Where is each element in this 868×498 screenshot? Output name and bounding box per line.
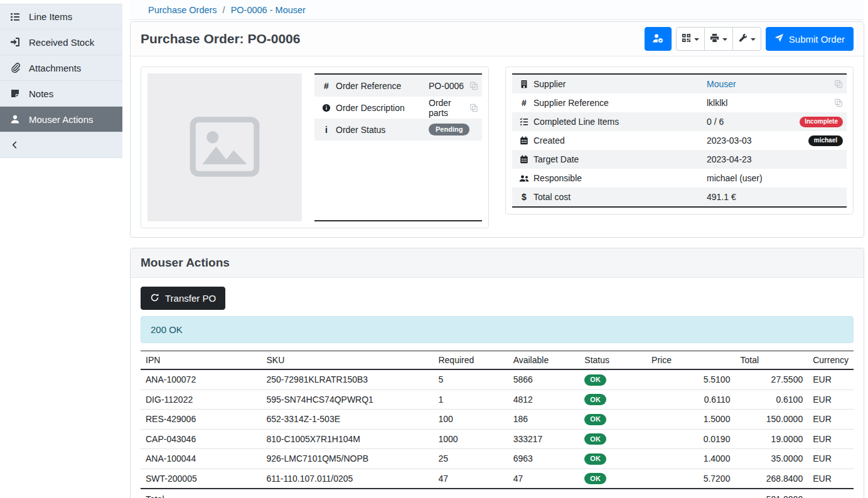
cell-ipn: ANA-100044	[141, 449, 262, 469]
supplier-label: Supplier	[533, 79, 707, 89]
order-reference-row: # Order Reference PO-0006	[314, 75, 482, 97]
copy-icon[interactable]	[834, 98, 843, 107]
cell-sku: 810-C1005X7R1H104M	[262, 429, 434, 449]
paper-plane-icon	[774, 33, 784, 45]
cell-required: 5	[433, 369, 508, 389]
table-row: DIG-112022 595-SN74HCS74QPWRQ1 1 4812 OK…	[141, 389, 854, 410]
table-row: CAP-043046 810-C1005X7R1H104M 1000 33321…	[141, 429, 854, 449]
qrcode-icon	[682, 33, 691, 45]
user-icon	[9, 114, 21, 124]
cell-currency: EUR	[808, 469, 854, 489]
table-row: ANA-100072 250-72981KLRATR150B3 5 5866 O…	[141, 369, 854, 389]
user-action-button[interactable]	[645, 27, 672, 51]
cell-currency: EUR	[808, 369, 854, 389]
mouser-actions-header: Mouser Actions	[131, 248, 864, 278]
cell-currency: EUR	[808, 389, 854, 410]
page-title: Purchase Order: PO-0006	[141, 31, 300, 46]
order-actions-toolbar: Submit Order	[645, 27, 854, 51]
created-row: Created 2023-03-03 michael	[512, 131, 847, 150]
admin-actions-button[interactable]	[732, 27, 761, 51]
status-badge: Pending	[429, 124, 469, 135]
footer-total-label: Total	[141, 489, 262, 498]
cell-available: 4812	[508, 389, 580, 410]
header-status: Status	[579, 351, 646, 370]
completed-line-items-value: 0 / 6	[707, 117, 795, 127]
order-status-row: i Order Status Pending	[314, 119, 482, 140]
sidebar-item-mouser-actions[interactable]: Mouser Actions	[0, 107, 122, 132]
table-header-row: IPN SKU Required Available Status Price …	[141, 351, 854, 370]
table-row: ANA-100044 926-LMC7101QM5/NOPB 25 6963 O…	[141, 449, 854, 469]
cell-ipn: CAP-043046	[141, 429, 262, 449]
order-description-row: Order Description Order parts	[314, 97, 482, 119]
caret-down-icon	[694, 38, 699, 41]
breadcrumb-current-order[interactable]: PO-0006 - Mouser	[231, 5, 306, 15]
supplier-row: Supplier Mouser	[512, 75, 847, 93]
cell-total: 27.5500	[735, 369, 808, 389]
cell-sku: 595-SN74HCS74QPWRQ1	[262, 389, 434, 410]
cell-ipn: ANA-100072	[141, 369, 262, 389]
cell-available: 6963	[508, 449, 580, 469]
cell-total: 19.0000	[735, 429, 808, 449]
sidebar-item-received-stock[interactable]: Received Stock	[0, 29, 122, 55]
calendar-icon	[515, 136, 533, 145]
page: Line Items Received Stock Attachments No…	[0, 0, 868, 498]
cell-ipn: SWT-200005	[141, 469, 262, 489]
cell-status: OK	[579, 389, 646, 410]
cell-currency: EUR	[808, 449, 854, 469]
print-actions-button[interactable]	[704, 27, 733, 51]
barcode-actions-button[interactable]	[676, 27, 705, 51]
refresh-icon	[150, 293, 159, 304]
info-icon: i	[317, 125, 336, 135]
ok-badge: OK	[584, 394, 606, 405]
total-cost-row: $ Total cost 491.1 €	[512, 188, 847, 206]
copy-icon[interactable]	[834, 80, 843, 88]
submit-order-button[interactable]: Submit Order	[766, 27, 854, 51]
cell-ipn: RES-429006	[141, 410, 262, 430]
sidebar-item-attachments[interactable]: Attachments	[0, 55, 122, 81]
ok-badge: OK	[584, 414, 606, 425]
target-date-label: Target Date	[533, 154, 707, 164]
transfer-po-button[interactable]: Transfer PO	[141, 287, 225, 310]
cell-status: OK	[579, 429, 646, 449]
info-circle-icon	[317, 103, 336, 112]
transfer-po-label: Transfer PO	[165, 293, 216, 304]
order-details-card: # Order Reference PO-0006	[141, 66, 489, 228]
sidebar-item-line-items[interactable]: Line Items	[0, 4, 122, 29]
calendar-icon	[515, 155, 533, 164]
breadcrumb: Purchase Orders / PO-0006 - Mouser	[130, 0, 864, 20]
supplier-details-card: Supplier Mouser # Supplier Reference	[505, 66, 854, 215]
cell-total: 268.8400	[735, 469, 808, 489]
sidebar-item-label: Line Items	[29, 11, 72, 22]
completed-line-items-label: Completed Line Items	[533, 117, 707, 127]
order-image-placeholder[interactable]	[147, 73, 302, 221]
cell-required: 25	[433, 449, 508, 469]
copy-icon[interactable]	[469, 82, 478, 90]
cell-price: 5.5100	[646, 369, 735, 389]
table-row: RES-429006 652-3314Z-1-503E 100 186 OK 1…	[141, 410, 854, 430]
cell-total: 150.0000	[735, 410, 808, 430]
sidebar-item-notes[interactable]: Notes	[0, 81, 122, 107]
sign-in-icon	[9, 37, 21, 47]
breadcrumb-purchase-orders[interactable]: Purchase Orders	[148, 5, 217, 15]
cell-required: 47	[433, 469, 508, 489]
header-price: Price	[646, 351, 735, 370]
copy-icon[interactable]	[469, 103, 478, 112]
order-status-value: Pending	[429, 124, 478, 135]
dollar-icon: $	[515, 192, 533, 202]
cell-available: 5866	[508, 369, 580, 389]
image-placeholder-icon	[186, 109, 263, 187]
order-reference-value: PO-0006	[429, 81, 464, 91]
hash-icon: #	[515, 98, 533, 108]
list-check-icon	[515, 117, 533, 126]
total-cost-label: Total cost	[533, 192, 707, 202]
order-reference-label: Order Reference	[336, 81, 429, 91]
supplier-link[interactable]: Mouser	[707, 79, 736, 89]
table-footer-row: Total 501.0000	[141, 489, 854, 498]
footer-total-value: 501.0000	[735, 489, 808, 498]
total-cost-value: 491.1 €	[707, 192, 843, 202]
cell-sku: 250-72981KLRATR150B3	[262, 369, 434, 389]
ok-badge: OK	[584, 433, 606, 445]
sidebar-collapse-button[interactable]	[0, 132, 122, 158]
header-currency: Currency	[808, 351, 854, 370]
line-items-table: IPN SKU Required Available Status Price …	[141, 351, 854, 498]
